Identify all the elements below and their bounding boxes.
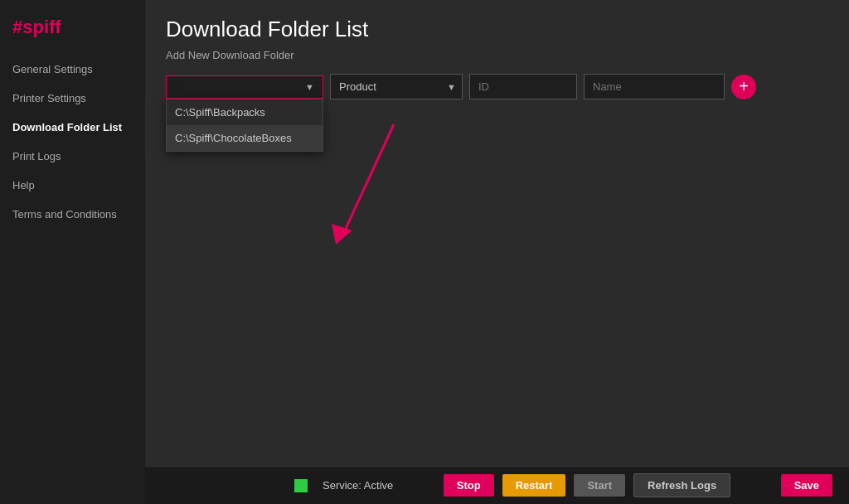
save-button[interactable]: Save (781, 474, 832, 497)
stop-button[interactable]: Stop (444, 474, 494, 497)
sidebar-item-print-logs[interactable]: Print Logs (0, 142, 145, 171)
footer-bar: Service: Active Stop Restart Start Refre… (145, 466, 849, 504)
svg-marker-1 (332, 224, 352, 245)
svg-line-0 (344, 124, 394, 232)
arrow-annotation (327, 116, 410, 252)
id-input[interactable] (469, 74, 577, 99)
app-logo: #spiff (0, 8, 145, 55)
page-title: Download Folder List (166, 17, 828, 42)
folder-dropdown-trigger[interactable]: ▼ (166, 75, 323, 99)
folder-dropdown-list: C:\Spiff\Backpacks C:\Spiff\ChocolateBox… (166, 99, 323, 152)
sidebar-item-general-settings[interactable]: General Settings (0, 55, 145, 84)
chevron-down-icon: ▼ (305, 82, 314, 92)
add-button[interactable]: + (731, 75, 756, 99)
main-content: Download Folder List Add New Download Fo… (145, 0, 849, 466)
sidebar-item-download-folder-list[interactable]: Download Folder List (0, 113, 145, 142)
start-button[interactable]: Start (574, 474, 625, 497)
restart-button[interactable]: Restart (502, 474, 566, 497)
sidebar-item-printer-settings[interactable]: Printer Settings (0, 84, 145, 113)
refresh-logs-button[interactable]: Refresh Logs (633, 473, 730, 497)
folder-dropdown-wrapper: ▼ C:\Spiff\Backpacks C:\Spiff\ChocolateB… (166, 75, 323, 99)
name-input[interactable] (584, 74, 725, 99)
sidebar: #spiff General Settings Printer Settings… (0, 0, 145, 504)
service-indicator (294, 479, 308, 492)
section-label: Add New Download Folder (166, 49, 828, 61)
dropdown-option-chocolateboxes[interactable]: C:\Spiff\ChocolateBoxes (167, 125, 323, 151)
product-select-wrapper: Product ▼ (330, 74, 463, 99)
service-status: Service: Active (323, 479, 393, 492)
sidebar-item-terms-and-conditions[interactable]: Terms and Conditions (0, 200, 145, 229)
dropdown-option-backpacks[interactable]: C:\Spiff\Backpacks (167, 99, 323, 125)
product-select[interactable]: Product (330, 74, 463, 99)
sidebar-item-help[interactable]: Help (0, 171, 145, 200)
logo-hash: # (12, 17, 22, 37)
add-folder-row: ▼ C:\Spiff\Backpacks C:\Spiff\ChocolateB… (166, 74, 828, 99)
logo-name: spiff (22, 17, 61, 37)
